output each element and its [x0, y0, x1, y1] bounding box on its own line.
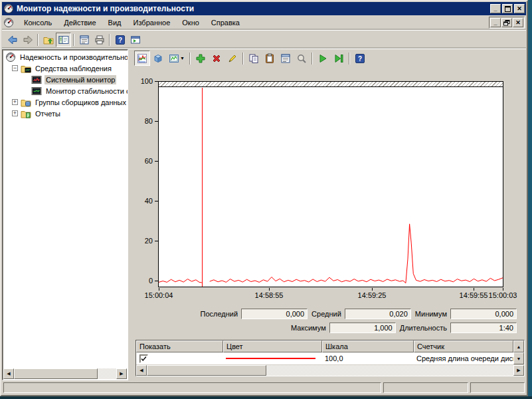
export-folder-button[interactable] [41, 33, 56, 47]
stats-row-1: Последний 0,000 Средний 0,020 Минимум 0,… [132, 309, 521, 319]
properties-button[interactable] [76, 33, 92, 47]
menu-window[interactable]: Окно [176, 17, 205, 29]
unfreeze-display-button[interactable] [315, 51, 331, 66]
counter-row[interactable]: 100,0 Средняя длина очереди диска [136, 352, 524, 365]
chart-area: 100 80 60 40 20 0 [132, 67, 526, 305]
delete-counter-button[interactable] [209, 51, 224, 66]
last-label: Последний [201, 310, 242, 318]
expand-icon[interactable]: + [12, 99, 18, 105]
minimum-value: 0,000 [450, 309, 517, 319]
chart-type-button[interactable]: ▼ [166, 51, 187, 66]
x-axis-label: 15:00:03 [489, 291, 517, 299]
app-gauge-icon [3, 3, 14, 14]
tree-item-reports[interactable]: + Отчеты [4, 108, 126, 119]
mmc-toolbar: ? [2, 31, 526, 49]
svg-text:?: ? [118, 37, 122, 44]
maximize-button[interactable] [502, 4, 513, 13]
console-tree-pane: Надежность и производительность − Средст… [2, 49, 128, 380]
column-scale[interactable]: Шкала [322, 340, 414, 352]
printer-icon [94, 35, 105, 45]
scroll-right-icon[interactable]: ▶ [116, 368, 127, 379]
toolbar-separator [349, 53, 350, 65]
menu-console[interactable]: Консоль [18, 17, 58, 29]
counter-scale: 100,0 [322, 354, 414, 362]
chevron-down-icon: ▼ [180, 56, 185, 61]
view-log-data-button[interactable] [150, 51, 166, 66]
mdi-close-button[interactable]: ✕ [513, 18, 523, 27]
column-counter[interactable]: Счетчик [414, 340, 513, 352]
menu-action[interactable]: Действие [58, 17, 102, 29]
scroll-right-icon[interactable]: ▶ [513, 365, 524, 376]
counter-table: Показать Цвет Шкала Счетчик 100,0 Средня… [135, 340, 525, 376]
line-chart-icon [137, 53, 147, 64]
maximum-value: 1,000 [329, 323, 396, 333]
new-window-button[interactable] [128, 33, 143, 47]
perfmon-properties-button[interactable] [278, 51, 294, 66]
tree-item-label: Монитор стабильности системы [44, 86, 128, 96]
copy-properties-button[interactable] [246, 51, 262, 66]
tree-horizontal-scrollbar: ◀ ▶ [3, 368, 127, 379]
y-axis-label: 0 [133, 277, 153, 285]
y-axis-label: 80 [133, 117, 153, 125]
scroll-left-icon[interactable]: ◀ [3, 368, 14, 379]
tree-item-system-monitor[interactable]: Системный монитор [4, 74, 126, 85]
collapse-icon[interactable]: − [12, 65, 18, 71]
toolbar-separator [37, 34, 39, 46]
counter-table-header: Показать Цвет Шкала Счетчик [136, 340, 524, 352]
forward-button[interactable] [20, 33, 35, 47]
scrollbar-track[interactable] [14, 368, 116, 379]
x-axis-tick [159, 288, 159, 291]
tree-item-data-collector-sets[interactable]: + Группы сборщиков данных [4, 96, 126, 108]
menu-favorites[interactable]: Избранное [128, 17, 177, 29]
column-color[interactable]: Цвет [223, 340, 322, 352]
scroll-down-icon[interactable]: ▼ [513, 352, 524, 364]
console-tree-toggle-button[interactable] [56, 33, 71, 47]
scroll-up-icon[interactable]: ▲ [513, 340, 524, 352]
new-window-icon [130, 35, 141, 45]
paste-counter-list-button[interactable] [262, 51, 278, 66]
show-checkbox[interactable] [139, 354, 148, 363]
help-button[interactable]: ? [112, 33, 128, 47]
tree-item-label: Средства наблюдения [34, 64, 113, 73]
tree-item-label: Надежность и производительность [19, 53, 128, 62]
menu-bar: Консоль Действие Вид Избранное Окно Спра… [2, 15, 526, 31]
toolbar-separator [73, 34, 74, 46]
x-axis-tick [474, 288, 474, 291]
chart-type-icon [169, 53, 179, 64]
desktop-edge [0, 396, 532, 399]
status-section-2 [383, 382, 468, 393]
svg-text:?: ? [358, 55, 362, 63]
view-current-activity-button[interactable] [134, 51, 150, 66]
close-button[interactable]: ✕ [514, 4, 525, 13]
perfmon-help-button[interactable]: ? [352, 51, 368, 66]
zoom-button[interactable] [294, 51, 310, 66]
highlight-button[interactable] [224, 51, 240, 66]
perfmon-toolbar: ▼ [132, 49, 526, 67]
plus-icon [195, 53, 206, 64]
mdi-minimize-button[interactable]: _ [490, 18, 501, 27]
tree-item-stability-monitor[interactable]: Монитор стабильности системы [4, 85, 126, 96]
expand-icon[interactable]: + [12, 110, 18, 116]
performance-monitor-pane: ▼ [132, 49, 526, 380]
scrollbar-track[interactable] [147, 365, 513, 376]
menu-view[interactable]: Вид [102, 17, 128, 29]
series-line [159, 88, 503, 287]
average-value: 0,020 [345, 309, 411, 319]
console-gauge-icon [3, 17, 14, 28]
add-counter-button[interactable] [193, 51, 209, 66]
clipboard-icon [264, 53, 275, 64]
scrollbar-thumb[interactable] [14, 368, 98, 379]
console-tree-icon [58, 35, 69, 45]
tree-item-monitoring-tools[interactable]: − Средства наблюдения [4, 63, 126, 74]
minimize-button[interactable]: _ [490, 4, 501, 13]
scrollbar-thumb[interactable] [147, 365, 266, 376]
scroll-left-icon[interactable]: ◀ [136, 365, 147, 376]
update-data-button[interactable] [331, 51, 347, 66]
menu-help[interactable]: Справка [205, 17, 246, 29]
print-button[interactable] [92, 33, 107, 47]
back-button[interactable] [5, 33, 20, 47]
x-axis-tick [269, 288, 270, 291]
column-show[interactable]: Показать [136, 340, 223, 352]
tree-item-root[interactable]: Надежность и производительность [4, 51, 126, 63]
mdi-restore-button[interactable] [501, 18, 512, 27]
